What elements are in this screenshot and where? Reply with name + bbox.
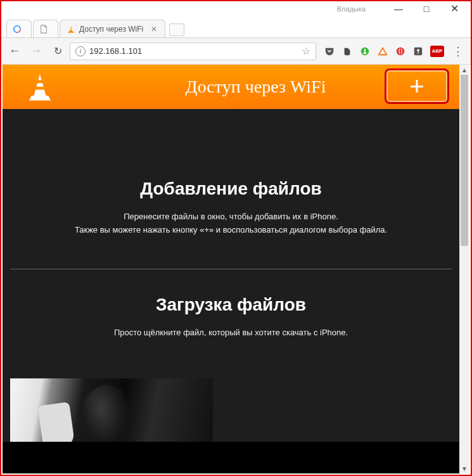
add-file-button-highlight: + — [385, 68, 449, 104]
vlc-header-bar: Доступ через WiFi + — [3, 65, 459, 109]
page-content: Добавление файлов Перенесите файлы в окн… — [3, 109, 459, 442]
scroll-down-arrow[interactable]: ▼ — [459, 463, 469, 473]
scroll-up-arrow[interactable]: ▲ — [459, 65, 469, 75]
svg-rect-14 — [418, 51, 418, 53]
tab-newpage[interactable] — [33, 20, 58, 37]
window-maximize-button[interactable]: □ — [412, 1, 440, 16]
add-files-text-2: Также вы можете нажать кнопку «+» и восп… — [15, 224, 447, 237]
browser-toolbar: ← → ↻ i 192.168.1.101 ☆ ABP ⋮ — [1, 38, 471, 65]
tab-strip: Доступ через WiFi ✕ — [1, 16, 471, 38]
download-files-text: Просто щёлкните файл, который вы хотите … — [15, 326, 447, 340]
reload-button[interactable]: ↻ — [48, 42, 67, 61]
tab-vlc-wifi[interactable]: Доступ через WiFi ✕ — [60, 20, 165, 37]
vertical-scrollbar[interactable]: ▲ ▼ — [459, 65, 469, 473]
blank-tab-icon — [13, 25, 22, 34]
vlc-cone-logo-icon — [28, 72, 52, 102]
green-circle-icon[interactable] — [359, 46, 371, 57]
add-files-heading: Добавление файлов — [15, 179, 447, 199]
evernote-icon[interactable] — [341, 46, 353, 57]
svg-rect-16 — [35, 87, 45, 90]
svg-rect-2 — [68, 31, 74, 32]
forward-button[interactable]: → — [27, 42, 46, 61]
video-thumbnail[interactable] — [10, 378, 213, 442]
bookmark-star-icon[interactable]: ☆ — [302, 45, 310, 57]
dash-icon[interactable] — [412, 46, 424, 57]
triangle-icon[interactable] — [377, 46, 388, 57]
chrome-user-label[interactable]: Владыка — [337, 5, 366, 13]
add-files-section: Добавление файлов Перенесите файлы в окн… — [3, 109, 459, 269]
address-bar[interactable]: i 192.168.1.101 ☆ — [70, 42, 316, 60]
tab-title: Доступ через WiFi — [79, 25, 143, 34]
extensions-row: ABP ⋮ — [319, 42, 467, 61]
svg-point-11 — [400, 48, 402, 55]
download-files-heading: Загрузка файлов — [15, 295, 447, 315]
page-icon — [39, 25, 48, 34]
abp-icon[interactable]: ABP — [430, 46, 444, 57]
opera-icon[interactable] — [395, 46, 406, 57]
add-files-text-1: Перенесите файлы в окно, чтобы добавить … — [15, 210, 447, 224]
back-button[interactable]: ← — [5, 42, 24, 61]
window-titlebar: Владыка — □ ✕ — [1, 1, 471, 16]
site-info-icon[interactable]: i — [75, 46, 86, 56]
page-viewport: Доступ через WiFi + Добавление файлов Пе… — [3, 65, 459, 473]
pocket-icon[interactable] — [324, 46, 335, 57]
url-text: 192.168.1.101 — [89, 46, 298, 56]
svg-rect-4 — [70, 29, 72, 30]
new-tab-button[interactable] — [169, 23, 184, 36]
scroll-thumb[interactable] — [461, 75, 468, 246]
download-files-section: Загрузка файлов Просто щёлкните файл, ко… — [3, 269, 459, 371]
tab-blank[interactable] — [6, 20, 32, 37]
window-close-button[interactable]: ✕ — [440, 1, 468, 16]
svg-rect-3 — [70, 27, 72, 28]
vlc-cone-icon — [67, 25, 75, 34]
svg-rect-15 — [37, 80, 43, 84]
window-minimize-button[interactable]: — — [385, 1, 412, 16]
chrome-menu-button[interactable]: ⋮ — [450, 42, 466, 61]
video-thumbnails-row — [3, 371, 459, 442]
browser-window: Владыка — □ ✕ Доступ через WiFi ✕ ← → ↻ — [0, 0, 472, 476]
add-file-button[interactable]: + — [409, 74, 424, 99]
tab-close-button[interactable]: ✕ — [150, 25, 158, 34]
